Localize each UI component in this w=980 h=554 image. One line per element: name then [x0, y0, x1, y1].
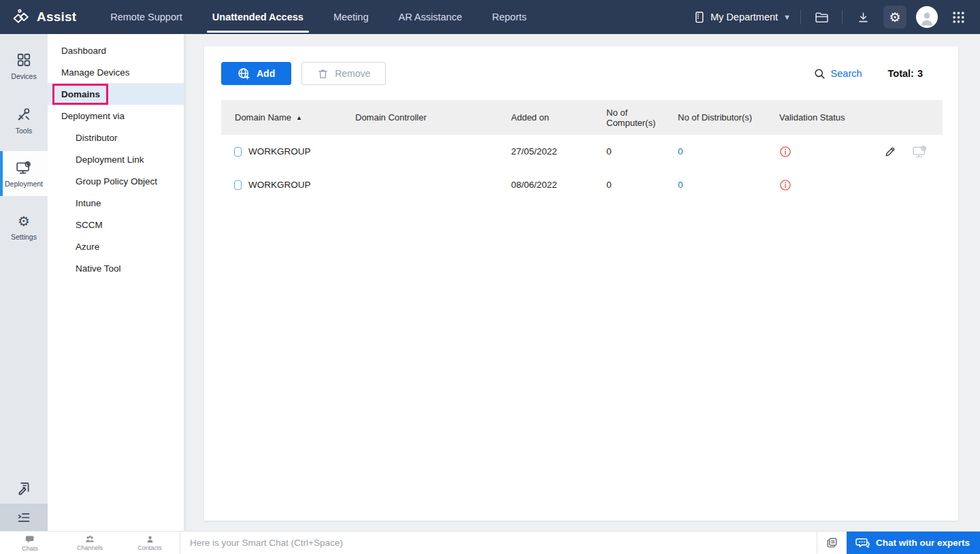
primary-nav: Remote Support Unattended Access Meeting…	[95, 0, 542, 34]
sidebar-item-azure[interactable]: Azure	[48, 235, 184, 257]
sidebar-item-manage-devices[interactable]: Manage Devices	[48, 61, 184, 83]
topnav-right: My Department ▼ ⚙	[693, 5, 980, 29]
sidebar-item-distributor[interactable]: Distributor	[48, 127, 184, 148]
column-domain-name[interactable]: Domain Name ▲	[221, 112, 355, 123]
rail-item-tools[interactable]: Tools	[0, 98, 48, 143]
note-pencil-icon	[16, 480, 31, 495]
rail-item-settings[interactable]: ⚙ Settings	[0, 206, 48, 249]
nav-meeting[interactable]: Meeting	[318, 0, 384, 34]
main-area: Add Remove Search Total: 3 Domain	[184, 34, 980, 531]
distributors-count-link[interactable]: 0	[678, 146, 683, 157]
row-checkbox[interactable]	[234, 147, 242, 157]
department-selector[interactable]: My Department ▼	[693, 11, 791, 24]
domains-table: Domain Name ▲ Domain Controller Added on…	[221, 100, 943, 201]
gear-icon: ⚙	[889, 11, 900, 24]
smart-chat-bar: Chats Channels Contacts Chat with our ex…	[0, 531, 980, 554]
deployment-sidebar: Dashboard Manage Devices Domains Deploym…	[48, 34, 184, 531]
table-header: Domain Name ▲ Domain Controller Added on…	[221, 100, 943, 135]
domains-card: Add Remove Search Total: 3 Domain	[204, 46, 958, 521]
add-domain-button[interactable]: Add	[221, 62, 291, 85]
domains-highlight-annotation: Domains	[52, 84, 108, 105]
app-title: Assist	[37, 10, 76, 25]
feedback-button[interactable]	[0, 472, 48, 504]
sort-ascending-icon[interactable]: ▲	[296, 114, 302, 121]
deployment-icon	[16, 160, 32, 175]
folder-icon	[815, 11, 829, 24]
divider	[842, 10, 843, 25]
column-validation-status: Validation Status	[779, 112, 884, 123]
download-icon	[857, 11, 870, 24]
bubble-dots-icon	[855, 536, 870, 549]
sidebar-item-domains[interactable]: Domains	[48, 83, 184, 105]
nav-ar-assistance[interactable]: AR Assistance	[383, 0, 477, 34]
apps-grid-button[interactable]	[947, 6, 969, 28]
assist-logo-icon	[12, 8, 31, 27]
settings-button[interactable]: ⚙	[883, 5, 906, 29]
cell-domain-name: WORKGROUP	[248, 180, 355, 190]
table-row[interactable]: WORKGROUP 08/06/2022 0 0	[221, 168, 943, 201]
edit-pencil-icon[interactable]	[884, 146, 896, 158]
cell-computers-count: 0	[606, 146, 678, 157]
top-navbar: Assist Remote Support Unattended Access …	[0, 0, 980, 34]
folder-button[interactable]	[811, 6, 832, 28]
chat-tab-chats[interactable]: Chats	[0, 532, 60, 554]
chat-with-experts-button[interactable]: Chat with our experts	[847, 532, 980, 554]
cell-domain-name: WORKGROUP	[248, 146, 355, 157]
divider	[800, 10, 801, 25]
toolbar-right: Search Total: 3	[814, 68, 941, 80]
chat-tab-channels[interactable]: Channels	[60, 532, 120, 554]
remove-domain-button[interactable]: Remove	[301, 62, 386, 85]
icon-rail: Devices Tools Deployment ⚙ Settings	[0, 34, 48, 531]
cell-computers-count: 0	[606, 180, 678, 190]
column-no-of-distributors: No of Distributor(s)	[678, 112, 779, 123]
sidebar-item-group-policy-object[interactable]: Group Policy Object	[48, 170, 184, 192]
rail-item-deployment[interactable]: Deployment	[0, 151, 48, 196]
chat-stack-icon	[826, 536, 838, 549]
collapse-sidebar-button[interactable]	[0, 504, 48, 531]
smart-chat-input-wrap	[180, 532, 817, 554]
chevron-down-icon: ▼	[783, 13, 791, 21]
cell-added-on: 27/05/2022	[511, 146, 606, 157]
validation-error-icon[interactable]	[779, 179, 791, 191]
column-added-on: Added on	[511, 112, 606, 123]
row-checkbox[interactable]	[234, 180, 242, 190]
sidebar-item-intune[interactable]: Intune	[48, 192, 184, 214]
apps-grid-icon	[951, 10, 966, 25]
search-icon	[814, 68, 826, 80]
sidebar-item-native-tool[interactable]: Native Tool	[48, 257, 184, 279]
rail-item-devices[interactable]: Devices	[0, 44, 48, 88]
person-icon	[918, 10, 936, 28]
sidebar-item-deployment-link[interactable]: Deployment Link	[48, 148, 184, 170]
deploy-computer-icon[interactable]	[912, 144, 928, 159]
collapse-icon	[16, 512, 31, 523]
globe-add-icon	[238, 67, 250, 80]
nav-unattended-access[interactable]: Unattended Access	[197, 0, 318, 34]
search-button[interactable]: Search	[814, 68, 862, 80]
sidebar-item-dashboard[interactable]: Dashboard	[48, 39, 184, 61]
distributors-count-link[interactable]: 0	[678, 180, 683, 190]
contacts-person-icon	[146, 535, 154, 544]
sidebar-item-deployment-via[interactable]: Deployment via	[48, 105, 184, 127]
domains-toolbar: Add Remove Search Total: 3	[204, 46, 958, 100]
rail-bottom	[0, 472, 48, 531]
trash-icon	[317, 68, 329, 80]
validation-error-icon[interactable]	[779, 146, 791, 158]
sidebar-item-sccm[interactable]: SCCM	[48, 214, 184, 235]
nav-reports[interactable]: Reports	[477, 0, 542, 34]
chat-bubble-icon	[25, 534, 35, 544]
app-logo[interactable]: Assist	[0, 8, 88, 27]
tools-icon	[16, 107, 31, 122]
table-row[interactable]: WORKGROUP 27/05/2022 0 0	[221, 135, 943, 168]
nav-remote-support[interactable]: Remote Support	[95, 0, 197, 34]
department-icon	[693, 11, 705, 24]
devices-icon	[16, 52, 31, 67]
download-button[interactable]	[852, 6, 874, 28]
chat-tab-contacts[interactable]: Contacts	[120, 532, 180, 554]
chat-history-button[interactable]	[817, 532, 847, 554]
column-domain-controller: Domain Controller	[355, 112, 511, 123]
total-count: Total: 3	[888, 68, 923, 79]
cell-added-on: 08/06/2022	[511, 180, 606, 190]
user-avatar[interactable]	[916, 6, 938, 28]
smart-chat-input[interactable]	[190, 538, 817, 548]
channels-group-icon	[84, 535, 96, 544]
